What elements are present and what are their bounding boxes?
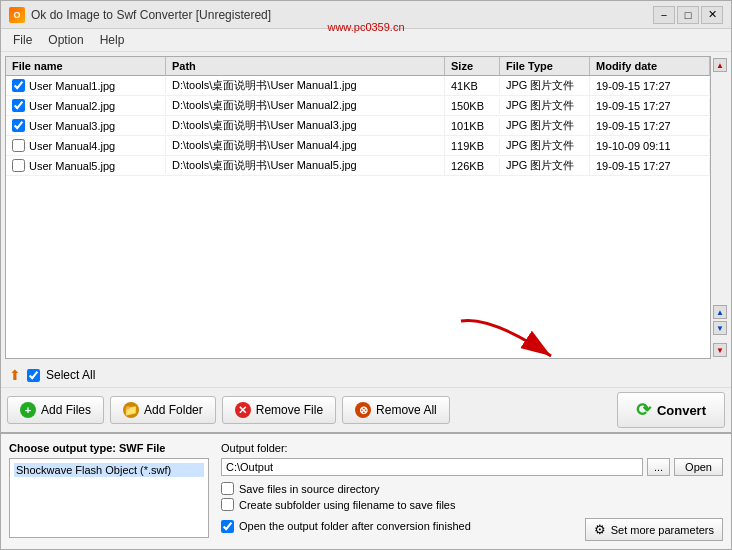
scroll-down-button[interactable]: ▼ bbox=[713, 321, 727, 335]
remove-all-button[interactable]: ⊗ Remove All bbox=[342, 396, 450, 424]
output-folder-row: ... Open bbox=[221, 458, 723, 476]
cell-date: 19-09-15 17:27 bbox=[590, 118, 710, 134]
row-checkbox[interactable] bbox=[12, 139, 25, 152]
subfolder-checkbox[interactable] bbox=[221, 498, 234, 511]
file-list-container: File name Path Size File Type Modify dat… bbox=[5, 56, 711, 359]
remove-all-icon: ⊗ bbox=[355, 402, 371, 418]
cell-name: User Manual1.jpg bbox=[6, 77, 166, 94]
cell-name: User Manual5.jpg bbox=[6, 157, 166, 174]
cell-path: D:\tools\桌面说明书\User Manual5.jpg bbox=[166, 156, 445, 175]
window-title: Ok do Image to Swf Converter [Unregister… bbox=[31, 8, 271, 22]
browse-button[interactable]: ... bbox=[647, 458, 670, 476]
output-type-section: Choose output type: SWF File Shockwave F… bbox=[9, 442, 209, 541]
remove-file-icon: ✕ bbox=[235, 402, 251, 418]
add-folder-icon: 📁 bbox=[123, 402, 139, 418]
cell-size: 41KB bbox=[445, 78, 500, 94]
convert-label: Convert bbox=[657, 403, 706, 418]
cell-name: User Manual4.jpg bbox=[6, 137, 166, 154]
cell-type: JPG 图片文件 bbox=[500, 76, 590, 95]
header-filetype: File Type bbox=[500, 57, 590, 75]
table-row[interactable]: User Manual2.jpg D:\tools\桌面说明书\User Man… bbox=[6, 96, 710, 116]
open-after-label: Open the output folder after conversion … bbox=[239, 520, 471, 532]
row-checkbox[interactable] bbox=[12, 159, 25, 172]
cell-date: 19-09-15 17:27 bbox=[590, 158, 710, 174]
add-files-button[interactable]: + Add Files bbox=[7, 396, 104, 424]
button-row: + Add Files 📁 Add Folder ✕ Remove File ⊗… bbox=[1, 387, 731, 432]
checkbox-subfolder-row: Create subfolder using filename to save … bbox=[221, 498, 723, 511]
file-list-body: User Manual1.jpg D:\tools\桌面说明书\User Man… bbox=[6, 76, 710, 358]
convert-icon: ⟳ bbox=[636, 399, 651, 421]
select-all-row: ⬆ Select All bbox=[1, 363, 731, 387]
list-scrollbar: ▲ ▲ ▼ ▼ bbox=[713, 56, 727, 359]
cell-type: JPG 图片文件 bbox=[500, 156, 590, 175]
checkbox-save-source-row: Save files in source directory bbox=[221, 482, 723, 495]
cell-name: User Manual3.jpg bbox=[6, 117, 166, 134]
menu-bar: File Option Help bbox=[1, 29, 731, 52]
header-date: Modify date bbox=[590, 57, 710, 75]
scroll-up-button[interactable]: ▲ bbox=[713, 305, 727, 319]
table-row[interactable]: User Manual5.jpg D:\tools\桌面说明书\User Man… bbox=[6, 156, 710, 176]
add-files-label: Add Files bbox=[41, 403, 91, 417]
row-checkbox[interactable] bbox=[12, 79, 25, 92]
cell-size: 150KB bbox=[445, 98, 500, 114]
table-row[interactable]: User Manual3.jpg D:\tools\桌面说明书\User Man… bbox=[6, 116, 710, 136]
maximize-button[interactable]: □ bbox=[677, 6, 699, 24]
cell-size: 101KB bbox=[445, 118, 500, 134]
open-button[interactable]: Open bbox=[674, 458, 723, 476]
checkbox-open-after-row: Open the output folder after conversion … bbox=[221, 520, 471, 533]
cell-name: User Manual2.jpg bbox=[6, 97, 166, 114]
menu-option[interactable]: Option bbox=[40, 31, 91, 49]
cell-size: 126KB bbox=[445, 158, 500, 174]
save-source-label: Save files in source directory bbox=[239, 483, 380, 495]
cell-date: 19-09-15 17:27 bbox=[590, 98, 710, 114]
output-type-list[interactable]: Shockwave Flash Object (*.swf) bbox=[9, 458, 209, 538]
cell-date: 19-09-15 17:27 bbox=[590, 78, 710, 94]
set-params-label: Set more parameters bbox=[611, 524, 714, 536]
cell-path: D:\tools\桌面说明书\User Manual2.jpg bbox=[166, 96, 445, 115]
remove-file-button[interactable]: ✕ Remove File bbox=[222, 396, 336, 424]
save-source-checkbox[interactable] bbox=[221, 482, 234, 495]
close-button[interactable]: ✕ bbox=[701, 6, 723, 24]
bottom-panel: Choose output type: SWF File Shockwave F… bbox=[1, 432, 731, 549]
app-icon: O bbox=[9, 7, 25, 23]
header-size: Size bbox=[445, 57, 500, 75]
cell-type: JPG 图片文件 bbox=[500, 136, 590, 155]
cell-date: 19-10-09 09:11 bbox=[590, 138, 710, 154]
title-bar: O Ok do Image to Swf Converter [Unregist… bbox=[1, 1, 731, 29]
output-type-label: Choose output type: SWF File bbox=[9, 442, 209, 454]
cell-type: JPG 图片文件 bbox=[500, 96, 590, 115]
window-controls: − □ ✕ bbox=[653, 6, 723, 24]
menu-file[interactable]: File bbox=[5, 31, 40, 49]
main-window: O Ok do Image to Swf Converter [Unregist… bbox=[0, 0, 732, 550]
table-row[interactable]: User Manual4.jpg D:\tools\桌面说明书\User Man… bbox=[6, 136, 710, 156]
select-all-checkbox[interactable] bbox=[27, 369, 40, 382]
output-folder-section: Output folder: ... Open Save files in so… bbox=[221, 442, 723, 541]
subfolder-label: Create subfolder using filename to save … bbox=[239, 499, 455, 511]
minimize-button[interactable]: − bbox=[653, 6, 675, 24]
gear-icon: ⚙ bbox=[594, 522, 606, 537]
cell-path: D:\tools\桌面说明书\User Manual4.jpg bbox=[166, 136, 445, 155]
upload-icon: ⬆ bbox=[9, 367, 21, 383]
header-path: Path bbox=[166, 57, 445, 75]
cell-size: 119KB bbox=[445, 138, 500, 154]
header-filename: File name bbox=[6, 57, 166, 75]
convert-button[interactable]: ⟳ Convert bbox=[617, 392, 725, 428]
output-type-item[interactable]: Shockwave Flash Object (*.swf) bbox=[14, 463, 204, 477]
remove-all-label: Remove All bbox=[376, 403, 437, 417]
scroll-top-button[interactable]: ▲ bbox=[713, 58, 727, 72]
output-folder-input[interactable] bbox=[221, 458, 643, 476]
open-after-checkbox[interactable] bbox=[221, 520, 234, 533]
add-folder-button[interactable]: 📁 Add Folder bbox=[110, 396, 216, 424]
cell-path: D:\tools\桌面说明书\User Manual1.jpg bbox=[166, 76, 445, 95]
row-checkbox[interactable] bbox=[12, 119, 25, 132]
select-all-label: Select All bbox=[46, 368, 95, 382]
set-params-button[interactable]: ⚙ Set more parameters bbox=[585, 518, 723, 541]
cell-path: D:\tools\桌面说明书\User Manual3.jpg bbox=[166, 116, 445, 135]
row-checkbox[interactable] bbox=[12, 99, 25, 112]
menu-help[interactable]: Help bbox=[92, 31, 133, 49]
output-type-value: SWF File bbox=[119, 442, 165, 454]
remove-file-label: Remove File bbox=[256, 403, 323, 417]
scroll-bottom-button[interactable]: ▼ bbox=[713, 343, 727, 357]
table-row[interactable]: User Manual1.jpg D:\tools\桌面说明书\User Man… bbox=[6, 76, 710, 96]
file-list-header: File name Path Size File Type Modify dat… bbox=[6, 57, 710, 76]
